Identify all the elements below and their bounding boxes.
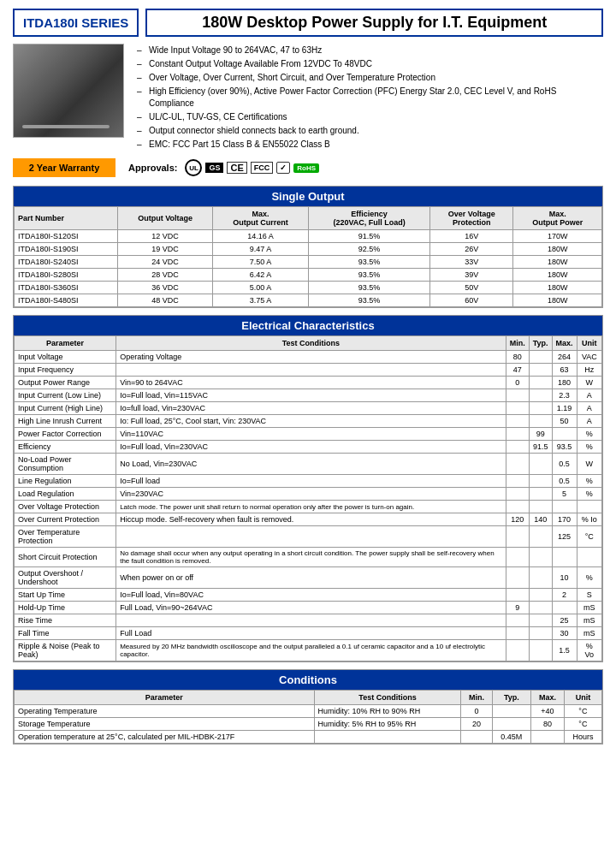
table-header: Min. — [506, 336, 529, 351]
table-cell: % — [577, 441, 601, 454]
table-row: Start Up TimeIo=Full load, Vin=80VAC2S — [15, 589, 602, 602]
table-cell: 93.5% — [308, 256, 429, 269]
table-cell: Efficiency — [15, 441, 116, 454]
table-cell: 93.5% — [308, 282, 429, 294]
table-cell: Hz — [577, 364, 601, 377]
table-cell — [531, 731, 565, 744]
table-cell: +40 — [531, 705, 565, 718]
table-cell: Input Current (Low Line) — [15, 389, 116, 402]
table-cell: A — [577, 389, 601, 402]
table-cell: 180W — [513, 269, 602, 282]
table-cell — [506, 589, 529, 602]
table-cell — [506, 501, 529, 513]
features-ul: Wide Input Voltage 90 to 264VAC, 47 to 6… — [137, 44, 603, 151]
feature-item: UL/C-UL, TUV-GS, CE Certifications — [137, 110, 603, 124]
table-cell: 180W — [513, 282, 602, 294]
table-cell: Full Load — [116, 627, 506, 640]
conditions-section: Conditions ParameterTest ConditionsMin.T… — [13, 669, 603, 744]
table-cell: ITDA180I-S120SI — [15, 230, 118, 243]
table-cell: ITDA180I-S480SI — [15, 294, 118, 307]
table-cell — [116, 364, 506, 377]
elec-thead: ParameterTest ConditionsMin.Typ.Max.Unit — [15, 336, 602, 351]
table-cell: 180W — [513, 294, 602, 307]
table-cell: Operating Temperature — [15, 705, 315, 718]
table-cell: 125 — [552, 526, 577, 548]
table-row: Load RegulationVin=230VAC5% — [15, 488, 602, 501]
table-cell: 91.5 — [529, 441, 552, 454]
table-cell: 1.19 — [552, 402, 577, 415]
table-cell: °C — [564, 705, 601, 718]
product-section: Wide Input Voltage 90 to 264VAC, 47 to 6… — [13, 44, 603, 151]
table-cell: 25 — [552, 614, 577, 627]
table-cell — [529, 614, 552, 627]
cond-thead: ParameterTest ConditionsMin.Typ.Max.Unit — [15, 691, 602, 705]
table-cell: Humidity: 10% RH to 90% RH — [314, 705, 461, 718]
table-cell: ITDA180I-S360SI — [15, 282, 118, 294]
table-row: Power Factor CorrectionVin=110VAC99% — [15, 428, 602, 441]
table-cell: Output Overshoot / Undershoot — [15, 567, 116, 589]
table-cell: Line Regulation — [15, 475, 116, 488]
table-row: Line RegulationIo=Full load0.5% — [15, 475, 602, 488]
table-cell: ITDA180I-S280SI — [15, 269, 118, 282]
table-cell: 50 — [552, 415, 577, 428]
table-cell — [314, 731, 461, 744]
approval-v-badge: ✓ — [276, 162, 290, 174]
table-cell: 0.45M — [492, 731, 530, 744]
table-cell: Input Current (High Line) — [15, 402, 116, 415]
table-cell: Ripple & Noise (Peak to Peak) — [15, 640, 116, 661]
table-cell — [529, 377, 552, 389]
table-cell — [506, 614, 529, 627]
table-cell — [506, 428, 529, 441]
title-box: 180W Desktop Power Supply for I.T. Equip… — [145, 9, 603, 37]
table-cell: 6.42 A — [213, 269, 309, 282]
table-cell: VAC — [577, 351, 601, 364]
table-cell: Io=Full load, Vin=115VAC — [116, 389, 506, 402]
table-cell: 48 VDC — [118, 294, 213, 307]
table-cell — [506, 548, 529, 567]
table-cell: Full Load, Vin=90~264VAC — [116, 602, 506, 614]
table-row: Over Temperature Protection125°C — [15, 526, 602, 548]
table-cell: 180W — [513, 256, 602, 269]
approvals-label: Approvals: — [128, 163, 177, 173]
table-row: Fall TimeFull Load30mS — [15, 627, 602, 640]
table-header: Max. Output Current — [213, 207, 309, 230]
table-cell: Humidity: 5% RH to 95% RH — [314, 718, 461, 731]
table-row: Input Current (High Line)Io=full load, V… — [15, 402, 602, 415]
table-row: No-Load Power ConsumptionNo Load, Vin=23… — [15, 454, 602, 475]
table-cell: 63 — [552, 364, 577, 377]
table-cell — [529, 567, 552, 589]
table-cell: ITDA180I-S190SI — [15, 243, 118, 256]
table-cell: mS — [577, 602, 601, 614]
table-cell: No Load, Vin=230VAC — [116, 454, 506, 475]
approvals-area: Approvals: UL GS CE FCC ✓ RoHS — [128, 159, 319, 176]
table-header: Typ. — [529, 336, 552, 351]
table-cell: Hiccup mode. Self-recovery when fault is… — [116, 513, 506, 526]
table-header: Max. — [531, 691, 565, 705]
table-header: Unit — [577, 336, 601, 351]
table-cell — [506, 640, 529, 661]
table-cell: 19 VDC — [118, 243, 213, 256]
table-cell: W — [577, 454, 601, 475]
table-cell — [529, 488, 552, 501]
table-header: Parameter — [15, 691, 315, 705]
table-cell: W — [577, 377, 601, 389]
table-header: Unit — [564, 691, 601, 705]
table-header: Max. Output Power — [513, 207, 602, 230]
table-cell: % — [577, 475, 601, 488]
table-row: Input Frequency4763Hz — [15, 364, 602, 377]
table-cell: 7.50 A — [213, 256, 309, 269]
table-cell: Hours — [564, 731, 601, 744]
table-cell — [529, 402, 552, 415]
table-cell: % Io — [577, 513, 601, 526]
product-image — [13, 44, 124, 138]
cond-tbody: Operating TemperatureHumidity: 10% RH to… — [15, 705, 602, 744]
product-title: 180W Desktop Power Supply for I.T. Equip… — [202, 14, 547, 32]
table-cell: Latch mode. The power unit shall return … — [116, 501, 506, 513]
feature-item: EMC: FCC Part 15 Class B & EN55022 Class… — [137, 138, 603, 151]
table-cell: 9 — [506, 602, 529, 614]
electrical-section: Electrical Characteristics ParameterTest… — [13, 315, 603, 662]
table-cell: Operating Voltage — [116, 351, 506, 364]
table-cell: 80 — [531, 718, 565, 731]
table-cell: 10 — [552, 567, 577, 589]
electrical-header: Electrical Characteristics — [14, 316, 602, 335]
